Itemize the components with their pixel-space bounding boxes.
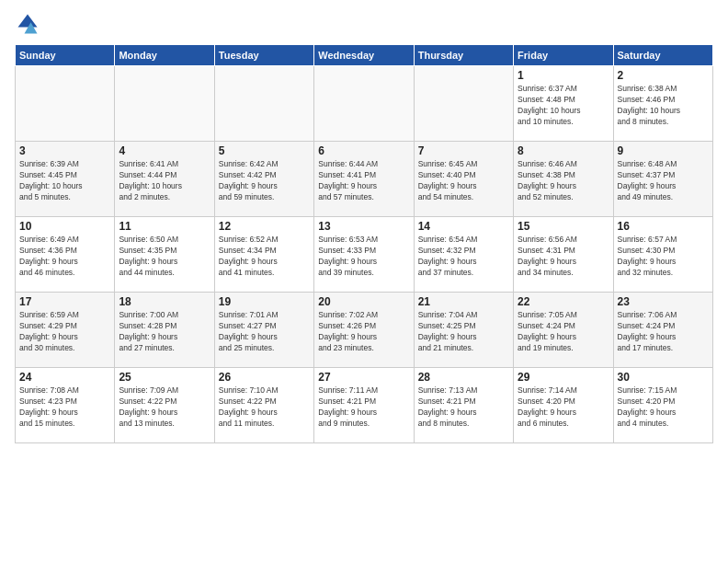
calendar-week-row: 3Sunrise: 6:39 AM Sunset: 4:45 PM Daylig… (16, 142, 713, 217)
day-info: Sunrise: 7:04 AM Sunset: 4:25 PM Dayligh… (418, 310, 509, 354)
calendar-cell: 26Sunrise: 7:10 AM Sunset: 4:22 PM Dayli… (214, 368, 313, 443)
day-info: Sunrise: 7:08 AM Sunset: 4:23 PM Dayligh… (19, 385, 110, 430)
day-number: 15 (518, 220, 609, 233)
day-number: 13 (318, 220, 409, 233)
calendar-cell: 25Sunrise: 7:09 AM Sunset: 4:22 PM Dayli… (115, 368, 214, 443)
logo (15, 11, 44, 37)
calendar-week-row: 1Sunrise: 6:37 AM Sunset: 4:48 PM Daylig… (16, 66, 713, 142)
day-number: 21 (418, 295, 509, 308)
calendar-cell: 7Sunrise: 6:45 AM Sunset: 4:40 PM Daylig… (414, 142, 513, 217)
day-info: Sunrise: 6:37 AM Sunset: 4:48 PM Dayligh… (518, 84, 609, 128)
weekday-header: Sunday (16, 45, 115, 66)
day-number: 12 (219, 220, 310, 233)
calendar-cell: 10Sunrise: 6:49 AM Sunset: 4:36 PM Dayli… (16, 217, 115, 293)
day-info: Sunrise: 6:39 AM Sunset: 4:45 PM Dayligh… (19, 159, 110, 203)
calendar-week-row: 10Sunrise: 6:49 AM Sunset: 4:36 PM Dayli… (16, 217, 713, 293)
day-number: 11 (119, 220, 210, 233)
day-number: 29 (518, 371, 609, 384)
calendar-table: SundayMondayTuesdayWednesdayThursdayFrid… (15, 44, 713, 443)
calendar-cell (314, 66, 414, 142)
day-number: 2 (618, 69, 709, 82)
day-number: 27 (318, 371, 409, 384)
calendar-cell: 23Sunrise: 7:06 AM Sunset: 4:24 PM Dayli… (613, 293, 712, 368)
calendar-cell: 6Sunrise: 6:44 AM Sunset: 4:41 PM Daylig… (314, 142, 414, 217)
day-number: 8 (518, 144, 609, 157)
weekday-header: Monday (115, 45, 214, 66)
day-info: Sunrise: 6:53 AM Sunset: 4:33 PM Dayligh… (318, 235, 409, 279)
weekday-header: Wednesday (314, 45, 414, 66)
calendar-cell: 13Sunrise: 6:53 AM Sunset: 4:33 PM Dayli… (314, 217, 414, 293)
day-info: Sunrise: 7:02 AM Sunset: 4:26 PM Dayligh… (318, 310, 409, 354)
day-info: Sunrise: 6:41 AM Sunset: 4:44 PM Dayligh… (119, 159, 210, 203)
calendar-cell: 4Sunrise: 6:41 AM Sunset: 4:44 PM Daylig… (115, 142, 214, 217)
calendar-cell: 17Sunrise: 6:59 AM Sunset: 4:29 PM Dayli… (16, 293, 115, 368)
day-info: Sunrise: 6:38 AM Sunset: 4:46 PM Dayligh… (618, 84, 709, 128)
day-number: 4 (119, 144, 210, 157)
calendar-cell (414, 66, 513, 142)
calendar-header-row: SundayMondayTuesdayWednesdayThursdayFrid… (16, 45, 713, 66)
day-info: Sunrise: 7:15 AM Sunset: 4:20 PM Dayligh… (618, 385, 709, 430)
day-number: 22 (518, 295, 609, 308)
calendar-cell: 3Sunrise: 6:39 AM Sunset: 4:45 PM Daylig… (16, 142, 115, 217)
day-info: Sunrise: 6:44 AM Sunset: 4:41 PM Dayligh… (318, 159, 409, 203)
calendar-cell: 27Sunrise: 7:11 AM Sunset: 4:21 PM Dayli… (314, 368, 414, 443)
day-info: Sunrise: 6:59 AM Sunset: 4:29 PM Dayligh… (19, 310, 110, 354)
calendar-cell: 21Sunrise: 7:04 AM Sunset: 4:25 PM Dayli… (414, 293, 513, 368)
svg-marker-0 (18, 15, 38, 28)
day-info: Sunrise: 7:01 AM Sunset: 4:27 PM Dayligh… (219, 310, 310, 354)
calendar-cell: 20Sunrise: 7:02 AM Sunset: 4:26 PM Dayli… (314, 293, 414, 368)
day-info: Sunrise: 7:09 AM Sunset: 4:22 PM Dayligh… (119, 385, 210, 430)
day-number: 16 (618, 220, 709, 233)
day-number: 19 (219, 295, 310, 308)
day-info: Sunrise: 6:52 AM Sunset: 4:34 PM Dayligh… (219, 235, 310, 279)
day-info: Sunrise: 6:42 AM Sunset: 4:42 PM Dayligh… (219, 159, 310, 203)
day-number: 3 (19, 144, 110, 157)
day-info: Sunrise: 7:13 AM Sunset: 4:21 PM Dayligh… (418, 385, 509, 430)
calendar-cell: 16Sunrise: 6:57 AM Sunset: 4:30 PM Dayli… (613, 217, 712, 293)
calendar-week-row: 24Sunrise: 7:08 AM Sunset: 4:23 PM Dayli… (16, 368, 713, 443)
day-info: Sunrise: 7:00 AM Sunset: 4:28 PM Dayligh… (119, 310, 210, 354)
calendar-cell: 11Sunrise: 6:50 AM Sunset: 4:35 PM Dayli… (115, 217, 214, 293)
day-info: Sunrise: 6:45 AM Sunset: 4:40 PM Dayligh… (418, 159, 509, 203)
day-info: Sunrise: 6:57 AM Sunset: 4:30 PM Dayligh… (618, 235, 709, 279)
header (15, 11, 713, 37)
weekday-header: Thursday (414, 45, 513, 66)
page-container: SundayMondayTuesdayWednesdayThursdayFrid… (0, 0, 728, 451)
day-info: Sunrise: 6:50 AM Sunset: 4:35 PM Dayligh… (119, 235, 210, 279)
day-number: 7 (418, 144, 509, 157)
day-number: 23 (618, 295, 709, 308)
day-info: Sunrise: 7:06 AM Sunset: 4:24 PM Dayligh… (618, 310, 709, 354)
calendar-cell (115, 66, 214, 142)
day-number: 20 (318, 295, 409, 308)
calendar-cell: 1Sunrise: 6:37 AM Sunset: 4:48 PM Daylig… (514, 66, 613, 142)
weekday-header: Tuesday (214, 45, 313, 66)
day-number: 24 (19, 371, 110, 384)
day-info: Sunrise: 7:05 AM Sunset: 4:24 PM Dayligh… (518, 310, 609, 354)
calendar-week-row: 17Sunrise: 6:59 AM Sunset: 4:29 PM Dayli… (16, 293, 713, 368)
day-info: Sunrise: 6:49 AM Sunset: 4:36 PM Dayligh… (19, 235, 110, 279)
calendar-cell: 30Sunrise: 7:15 AM Sunset: 4:20 PM Dayli… (613, 368, 712, 443)
weekday-header: Friday (514, 45, 613, 66)
day-info: Sunrise: 7:11 AM Sunset: 4:21 PM Dayligh… (318, 385, 409, 430)
day-number: 1 (518, 69, 609, 82)
day-number: 14 (418, 220, 509, 233)
calendar-cell: 2Sunrise: 6:38 AM Sunset: 4:46 PM Daylig… (613, 66, 712, 142)
calendar-cell: 28Sunrise: 7:13 AM Sunset: 4:21 PM Dayli… (414, 368, 513, 443)
day-number: 26 (219, 371, 310, 384)
weekday-header: Saturday (613, 45, 712, 66)
day-number: 17 (19, 295, 110, 308)
day-number: 9 (618, 144, 709, 157)
day-number: 6 (318, 144, 409, 157)
day-info: Sunrise: 6:46 AM Sunset: 4:38 PM Dayligh… (518, 159, 609, 203)
calendar-cell (214, 66, 313, 142)
day-number: 30 (618, 371, 709, 384)
day-number: 25 (119, 371, 210, 384)
day-number: 5 (219, 144, 310, 157)
calendar-cell: 24Sunrise: 7:08 AM Sunset: 4:23 PM Dayli… (16, 368, 115, 443)
day-info: Sunrise: 6:54 AM Sunset: 4:32 PM Dayligh… (418, 235, 509, 279)
calendar-cell: 5Sunrise: 6:42 AM Sunset: 4:42 PM Daylig… (214, 142, 313, 217)
day-number: 10 (19, 220, 110, 233)
calendar-cell: 19Sunrise: 7:01 AM Sunset: 4:27 PM Dayli… (214, 293, 313, 368)
day-number: 28 (418, 371, 509, 384)
calendar-cell: 15Sunrise: 6:56 AM Sunset: 4:31 PM Dayli… (514, 217, 613, 293)
